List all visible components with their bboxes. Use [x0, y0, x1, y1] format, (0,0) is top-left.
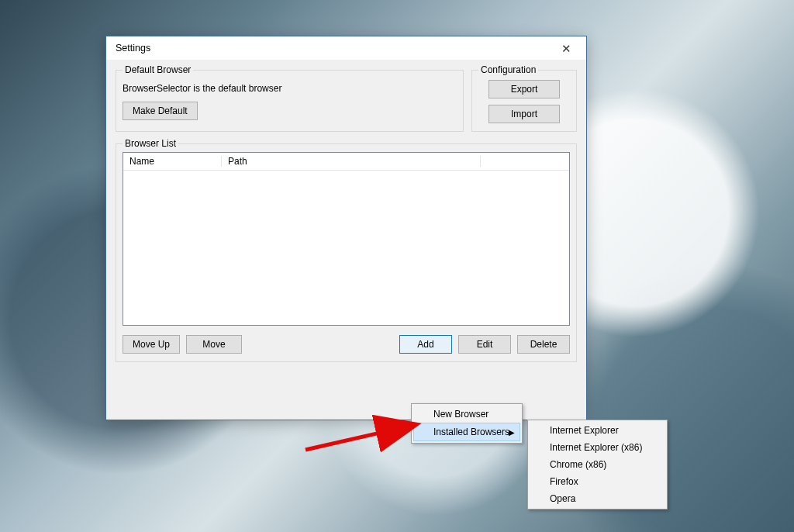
configuration-legend: Configuration — [478, 64, 538, 75]
svg-line-0 — [306, 425, 414, 450]
submenu-arrow-icon: ▶ — [509, 428, 515, 437]
submenu-item-ie-x86[interactable]: Internet Explorer (x86) — [530, 439, 665, 456]
export-button[interactable]: Export — [488, 80, 560, 98]
list-header: Name Path — [123, 153, 569, 171]
col-header-name[interactable]: Name — [123, 156, 222, 167]
browser-list-legend: Browser List — [123, 138, 178, 149]
close-icon: ✕ — [561, 43, 571, 54]
add-button[interactable]: Add — [399, 335, 452, 354]
submenu-item-chrome-x86[interactable]: Chrome (x86) — [530, 456, 665, 473]
close-button[interactable]: ✕ — [551, 38, 582, 58]
titlebar[interactable]: Settings ✕ — [106, 36, 586, 60]
configuration-group: Configuration Export Import — [471, 64, 577, 132]
menu-item-label: Installed Browsers — [433, 427, 509, 437]
submenu-item-ie[interactable]: Internet Explorer — [530, 422, 665, 439]
client-area: Default Browser BrowserSelector is the d… — [106, 60, 586, 420]
menu-item-installed-browsers[interactable]: Installed Browsers ▶ — [413, 423, 520, 441]
import-button[interactable]: Import — [488, 105, 560, 123]
browser-list-group: Browser List Name Path Move Up Move Add … — [116, 138, 577, 362]
menu-item-label: Internet Explorer (x86) — [550, 442, 642, 453]
default-browser-legend: Default Browser — [123, 64, 193, 75]
menu-item-new-browser[interactable]: New Browser — [413, 406, 520, 423]
browser-list[interactable]: Name Path — [123, 152, 570, 326]
window-title: Settings — [116, 43, 551, 54]
menu-item-label: Chrome (x86) — [550, 459, 606, 470]
move-down-button[interactable]: Move — [186, 335, 242, 354]
make-default-button[interactable]: Make Default — [123, 102, 198, 120]
desktop-wallpaper: Settings ✕ Default Browser BrowserSelect… — [0, 0, 794, 532]
edit-button[interactable]: Edit — [458, 335, 511, 354]
submenu-item-firefox[interactable]: Firefox — [530, 473, 665, 490]
menu-item-label: New Browser — [433, 409, 488, 420]
settings-window: Settings ✕ Default Browser BrowserSelect… — [105, 36, 587, 420]
add-context-menu: New Browser Installed Browsers ▶ — [411, 403, 523, 444]
move-up-button[interactable]: Move Up — [123, 335, 180, 354]
default-browser-status: BrowserSelector is the default browser — [123, 83, 457, 94]
col-header-path[interactable]: Path — [222, 156, 481, 167]
default-browser-group: Default Browser BrowserSelector is the d… — [116, 64, 464, 132]
list-button-bar: Move Up Move Add Edit Delete — [123, 335, 570, 354]
menu-item-label: Opera — [550, 493, 575, 504]
menu-item-label: Firefox — [550, 476, 578, 487]
menu-item-label: Internet Explorer — [550, 425, 619, 436]
submenu-item-opera[interactable]: Opera — [530, 490, 665, 507]
delete-button[interactable]: Delete — [517, 335, 570, 354]
installed-browsers-submenu: Internet Explorer Internet Explorer (x86… — [527, 420, 668, 510]
